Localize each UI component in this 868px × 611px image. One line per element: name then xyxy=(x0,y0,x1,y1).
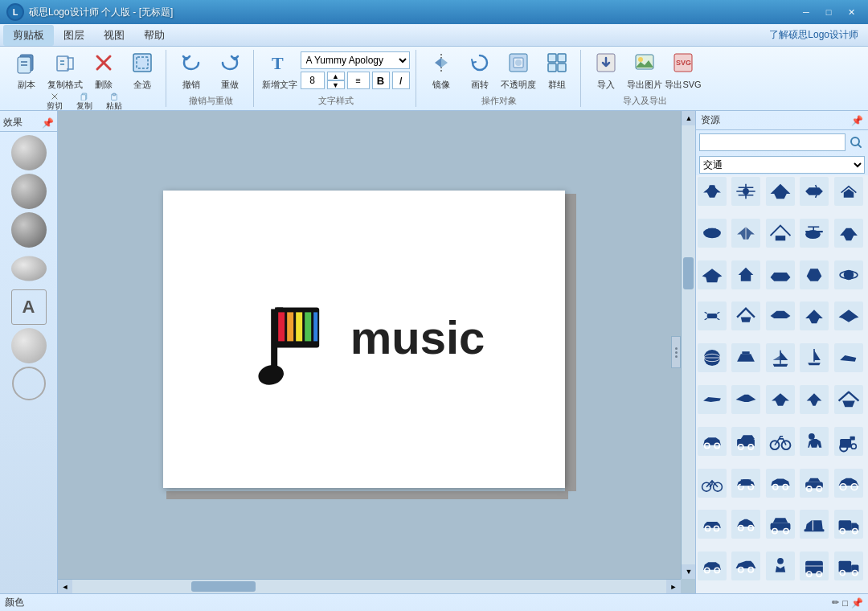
effect-circle-4[interactable] xyxy=(11,256,47,281)
paste-button[interactable]: 粘贴 xyxy=(100,92,129,112)
resource-plane-19[interactable] xyxy=(731,385,760,414)
resource-car-7[interactable] xyxy=(731,510,760,539)
effect-circle-6[interactable] xyxy=(12,367,46,400)
scroll-thumb-vertical[interactable] xyxy=(683,257,694,289)
resource-plane-12[interactable] xyxy=(766,260,795,289)
copy-small-button[interactable]: 复制 xyxy=(70,92,99,112)
menu-view[interactable]: 视图 xyxy=(94,25,134,46)
effect-circle-1[interactable] xyxy=(11,135,47,170)
resource-plane-15[interactable] xyxy=(766,301,795,330)
undo-button[interactable]: 撤销 xyxy=(173,50,210,92)
import-button[interactable]: 导入 xyxy=(588,50,624,92)
group-button[interactable]: 群组 xyxy=(538,50,575,92)
resource-truck-2[interactable] xyxy=(834,552,863,580)
color-pencil-icon[interactable]: ✏ xyxy=(832,597,839,608)
resource-plane-3[interactable] xyxy=(766,177,795,206)
font-select[interactable]: A Yummy Apology xyxy=(301,51,410,69)
resource-plane-20[interactable] xyxy=(766,385,795,414)
resource-plane-6[interactable] xyxy=(698,219,727,248)
delete-button[interactable]: 删除 xyxy=(85,50,122,92)
resource-helicopter-1[interactable] xyxy=(800,219,829,248)
resource-sailboat-2[interactable] xyxy=(800,343,829,372)
resource-plane-17[interactable] xyxy=(834,301,863,330)
resource-plane-21[interactable] xyxy=(800,385,829,414)
resource-plane-2[interactable] xyxy=(731,177,760,206)
resource-search-input[interactable] xyxy=(699,133,845,151)
export-svg-button[interactable]: SVG 导出SVG xyxy=(665,50,702,92)
export-image-button[interactable]: 导出图片 xyxy=(626,50,663,92)
resource-category-select[interactable]: 交通 xyxy=(699,156,865,174)
menu-layer[interactable]: 图层 xyxy=(54,25,94,46)
scroll-right-button[interactable]: ► xyxy=(666,580,681,594)
font-bold-btn[interactable]: B xyxy=(372,72,390,89)
add-text-button[interactable]: T 新增文字 xyxy=(262,50,297,92)
resource-plane-1[interactable] xyxy=(698,177,727,206)
opacity-button[interactable]: 不透明度 xyxy=(500,50,537,92)
scroll-left-button[interactable]: ◄ xyxy=(58,580,72,594)
resource-tractor-1[interactable] xyxy=(834,427,863,456)
font-size-input[interactable] xyxy=(301,72,325,89)
resource-plane-5[interactable] xyxy=(834,177,863,206)
resource-plane-11[interactable] xyxy=(731,260,760,289)
redo-button[interactable]: 重做 xyxy=(211,50,248,92)
resource-bus-1[interactable] xyxy=(800,552,829,580)
resource-plane-4[interactable] xyxy=(800,177,829,206)
close-button[interactable]: ✕ xyxy=(841,4,862,20)
effect-circle-5[interactable] xyxy=(11,328,47,363)
font-size-down[interactable]: ▼ xyxy=(327,80,345,89)
select-all-button[interactable]: 全选 xyxy=(124,50,161,92)
resource-plane-13[interactable] xyxy=(800,260,829,289)
mirror-button[interactable]: 镜像 xyxy=(423,50,460,92)
resource-plane-8[interactable] xyxy=(766,219,795,248)
resource-car-1[interactable] xyxy=(698,427,727,456)
menu-help[interactable]: 帮助 xyxy=(134,25,174,46)
effect-a[interactable]: A xyxy=(11,289,47,325)
resource-car-4[interactable] xyxy=(800,469,829,498)
resource-truck-1[interactable] xyxy=(834,510,863,539)
minimize-button[interactable]: ─ xyxy=(796,4,817,20)
copy-button[interactable]: 副本 xyxy=(8,50,45,92)
cut-button[interactable]: 剪切 xyxy=(40,92,69,112)
scroll-up-button[interactable]: ▲ xyxy=(682,111,695,125)
resource-car-2[interactable] xyxy=(731,469,760,498)
scroll-thumb-horizontal[interactable] xyxy=(191,581,256,592)
maximize-button[interactable]: □ xyxy=(818,4,839,20)
resource-plane-14[interactable] xyxy=(731,301,760,330)
font-italic-btn[interactable]: I xyxy=(392,72,410,89)
canvas-splitter[interactable] xyxy=(671,336,681,368)
resources-pin[interactable]: 📌 xyxy=(851,115,863,126)
copy-format-button[interactable]: 复制格式 xyxy=(47,50,84,92)
font-size-up[interactable]: ▲ xyxy=(327,72,345,80)
menu-home[interactable]: 剪贴板 xyxy=(3,25,54,46)
resource-plane-9[interactable] xyxy=(834,219,863,248)
resource-ship-1[interactable] xyxy=(731,343,760,372)
colors-pin[interactable]: 📌 xyxy=(851,597,863,609)
resource-car-10[interactable] xyxy=(731,552,760,580)
effect-circle-2[interactable] xyxy=(11,174,47,209)
font-align-btn[interactable]: ≡ xyxy=(347,72,370,89)
resource-van-1[interactable] xyxy=(731,427,760,456)
color-square-icon[interactable]: □ xyxy=(842,598,848,608)
resource-car-6[interactable] xyxy=(698,510,727,539)
resource-plane-18[interactable] xyxy=(698,385,727,414)
resource-car-8[interactable] xyxy=(766,510,795,539)
resource-search-button[interactable] xyxy=(847,133,865,151)
rotate-button[interactable]: 画转 xyxy=(461,50,498,92)
resource-car-9[interactable] xyxy=(698,552,727,580)
resource-planet-1[interactable] xyxy=(834,260,863,289)
resource-plane-16[interactable] xyxy=(800,301,829,330)
resource-motorcycle-1[interactable] xyxy=(766,427,795,456)
resource-globe-1[interactable] xyxy=(698,343,727,372)
resource-car-5[interactable] xyxy=(834,469,863,498)
resource-speedboat-1[interactable] xyxy=(834,343,863,372)
resource-sailboat-1[interactable] xyxy=(766,343,795,372)
resource-plane-10[interactable] xyxy=(698,260,727,289)
window-controls[interactable]: ─ □ ✕ xyxy=(796,4,862,20)
resource-person-1[interactable] xyxy=(766,552,795,580)
effect-circle-3[interactable] xyxy=(11,212,47,248)
resource-drone-1[interactable] xyxy=(698,301,727,330)
canvas-scrollbar-horizontal[interactable]: ◄ ► xyxy=(58,579,681,593)
canvas-scrollbar-vertical[interactable]: ▲ ▼ xyxy=(681,111,695,579)
resource-bicycle-1[interactable] xyxy=(698,469,727,498)
help-link[interactable]: 了解硕思Logo设计师 xyxy=(769,28,865,42)
